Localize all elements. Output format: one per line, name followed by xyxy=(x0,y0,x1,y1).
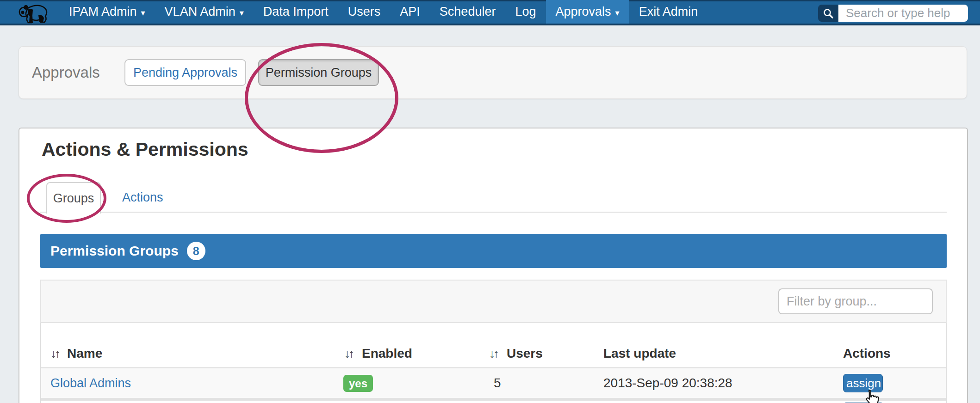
nav-item-ipam-admin[interactable]: IPAM Admin▾ xyxy=(59,0,155,24)
column-header-name[interactable]: Name xyxy=(67,346,102,361)
permission-groups-panel-header: Permission Groups 8 xyxy=(40,234,947,268)
filter-by-group-input[interactable] xyxy=(778,288,933,314)
search-icon xyxy=(818,5,838,22)
panel-title: Permission Groups xyxy=(50,243,179,259)
last-update-value: 2013-Sep-09 20:38:28 xyxy=(603,368,732,398)
nav-item-approvals[interactable]: Approvals▾ xyxy=(546,0,629,24)
nav-menu: IPAM Admin▾ VLAN Admin▾ Data Import User… xyxy=(59,0,707,24)
sort-icon[interactable]: ↓↑ xyxy=(489,347,497,361)
nav-label: Exit Admin xyxy=(639,5,698,19)
section-title: Actions & Permissions xyxy=(42,139,248,160)
pending-approvals-button[interactable]: Pending Approvals xyxy=(124,59,246,86)
caret-down-icon: ▾ xyxy=(141,8,145,18)
search-input[interactable] xyxy=(838,5,968,22)
navbar-search xyxy=(818,5,968,22)
table-row: Global Admins yes 5 2013-Sep-09 20:38:28… xyxy=(41,368,946,398)
table-toolbar xyxy=(40,280,947,323)
users-count: 5 xyxy=(494,368,501,398)
group-name-link[interactable]: Global Admins xyxy=(50,368,131,398)
sort-icon[interactable]: ↓↑ xyxy=(50,347,59,361)
nav-label: Scheduler xyxy=(440,5,496,19)
nav-label: IPAM Admin xyxy=(69,5,137,19)
approvals-header-panel: Approvals Pending Approvals Permission G… xyxy=(19,46,967,99)
assign-button[interactable]: assign xyxy=(843,374,883,392)
column-header-enabled[interactable]: Enabled xyxy=(362,346,412,361)
nav-label: VLAN Admin xyxy=(165,5,236,19)
nav-item-users[interactable]: Users xyxy=(338,0,391,24)
nav-item-vlan-admin[interactable]: VLAN Admin▾ xyxy=(155,0,254,24)
count-badge: 8 xyxy=(187,242,205,260)
tab-underline xyxy=(40,212,947,213)
column-header-actions: Actions xyxy=(843,346,891,361)
table-header-row: ↓↑ Name ↓↑ Enabled ↓↑ Users Last update … xyxy=(41,323,946,368)
phpipam-logo-icon xyxy=(17,2,51,25)
table-row-partial xyxy=(41,401,946,403)
enabled-badge: yes xyxy=(343,375,373,392)
nav-item-api[interactable]: API xyxy=(390,0,430,24)
sort-icon[interactable]: ↓↑ xyxy=(344,347,353,361)
permission-groups-table: ↓↑ Name ↓↑ Enabled ↓↑ Users Last update … xyxy=(40,323,947,403)
nav-label: Approvals xyxy=(556,5,611,19)
actions-permissions-card: Actions & Permissions Groups Actions Per… xyxy=(19,128,968,403)
nav-item-scheduler[interactable]: Scheduler xyxy=(430,0,506,24)
nav-item-log[interactable]: Log xyxy=(505,0,546,24)
nav-label: Log xyxy=(515,5,536,19)
page: IPAM Admin▾ VLAN Admin▾ Data Import User… xyxy=(0,0,980,403)
nav-label: API xyxy=(400,5,420,19)
page-title: Approvals xyxy=(32,47,100,98)
tab-actions[interactable]: Actions xyxy=(110,182,175,213)
caret-down-icon: ▾ xyxy=(615,8,620,18)
nav-label: Users xyxy=(348,5,381,19)
tab-groups[interactable]: Groups xyxy=(46,182,101,214)
caret-down-icon: ▾ xyxy=(240,8,244,18)
permission-groups-button[interactable]: Permission Groups xyxy=(258,59,379,86)
column-header-users[interactable]: Users xyxy=(507,346,543,361)
top-navbar: IPAM Admin▾ VLAN Admin▾ Data Import User… xyxy=(0,0,980,25)
nav-item-exit-admin[interactable]: Exit Admin xyxy=(629,0,708,24)
nav-item-data-import[interactable]: Data Import xyxy=(254,0,338,24)
column-header-last-update: Last update xyxy=(603,346,676,361)
nav-label: Data Import xyxy=(263,5,329,19)
